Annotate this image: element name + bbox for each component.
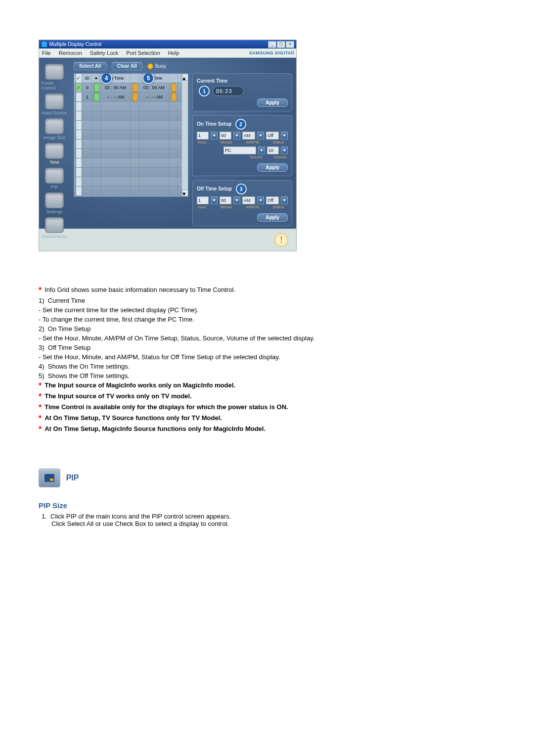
- menu-help[interactable]: Help: [167, 50, 180, 56]
- scroll-up-button[interactable]: ▴: [182, 74, 188, 81]
- on-volume-select[interactable]: 10: [267, 146, 279, 154]
- on-time-setup-panel: On Time Setup 2 1 00 AM Off Hour Minute …: [192, 115, 292, 176]
- info-line: Info Grid shows some basic information n…: [44, 286, 235, 293]
- row-checkbox[interactable]: [76, 101, 82, 111]
- on-hour-select[interactable]: 1: [197, 132, 209, 140]
- menu-file[interactable]: File: [41, 50, 52, 56]
- chevron-down-icon[interactable]: [257, 132, 264, 140]
- off-ampm-select[interactable]: AM: [242, 196, 255, 204]
- chevron-down-icon[interactable]: [233, 196, 240, 204]
- label-status: Status: [273, 140, 284, 144]
- chevron-down-icon[interactable]: [211, 132, 218, 140]
- off-status-dot-icon: [171, 83, 177, 93]
- window-close-button[interactable]: ×: [286, 41, 294, 48]
- cell-on-time: -- : -- AM: [101, 93, 131, 101]
- row-checkbox[interactable]: [76, 130, 82, 140]
- cell-id: 1: [83, 93, 92, 101]
- window-maximize-button[interactable]: □: [277, 41, 285, 48]
- doc-text: *Info Grid shows some basic information …: [39, 286, 495, 434]
- on-minute-select[interactable]: 00: [220, 132, 231, 140]
- menu-port-selection[interactable]: Port Selection: [125, 50, 161, 56]
- chevron-down-icon[interactable]: [281, 196, 288, 204]
- chevron-down-icon[interactable]: [281, 132, 288, 140]
- busy-label: Busy: [155, 63, 166, 69]
- n1b: - To change the current time, first chan…: [39, 316, 495, 323]
- row-checkbox[interactable]: [76, 177, 82, 187]
- sidebar-item-pip[interactable]: PIP: [45, 168, 64, 189]
- grid-scrollbar[interactable]: ▴ ▾: [181, 74, 188, 196]
- brand-label: SAMSUNG DIGITAll: [249, 50, 294, 55]
- label-hour: Hour: [198, 205, 206, 209]
- n1a: - Set the current time for the selected …: [39, 306, 495, 314]
- sidebar-item-input-source[interactable]: Input Source: [42, 94, 67, 115]
- b2: The Input source of TV works only on TV …: [44, 392, 192, 400]
- off-minute-select[interactable]: 00: [220, 196, 231, 204]
- on-ampm-select[interactable]: AM: [242, 132, 255, 140]
- window-buttons: _ □ ×: [267, 41, 294, 48]
- off-status-select[interactable]: Off: [266, 196, 279, 204]
- input-source-icon: [45, 94, 64, 109]
- sidebar-item-image-size[interactable]: Image Size: [43, 118, 65, 140]
- header-checkbox[interactable]: ✓: [76, 73, 82, 83]
- current-time-panel: Current Time 1 05:23 Apply: [192, 73, 292, 111]
- grid-row[interactable]: 1 -- : -- AM -- : -- AM: [74, 93, 188, 102]
- clear-all-button[interactable]: Clear All: [112, 62, 142, 70]
- on-status-dot-icon: [132, 83, 138, 93]
- status-dot-icon: [93, 92, 99, 102]
- chevron-down-icon[interactable]: [233, 132, 240, 140]
- busy-dot-icon: [147, 63, 153, 69]
- sidebar-item-power-control[interactable]: Power Control: [41, 64, 68, 91]
- n2: On Time Setup: [48, 325, 91, 332]
- grid-row: [74, 121, 188, 130]
- col-status2: [131, 74, 139, 83]
- sidebar-item-label: Maintenance: [42, 234, 67, 239]
- menu-safety-lock[interactable]: Safety Lock: [89, 50, 119, 56]
- sidebar-item-maintenance[interactable]: Maintenance: [42, 217, 67, 239]
- grid-row[interactable]: ✓ 0 02 : 00 AM 03 : 00 AM: [74, 83, 188, 93]
- b1: The Input source of MagicInfo works only…: [44, 381, 235, 389]
- row-checkbox[interactable]: [76, 148, 82, 158]
- row-checkbox[interactable]: [76, 186, 82, 196]
- panel-title: Current Time: [197, 78, 227, 84]
- chevron-down-icon[interactable]: [258, 146, 265, 154]
- sidebar-item-label: Input Source: [42, 110, 67, 115]
- grid-row: [74, 140, 188, 149]
- off-hour-select[interactable]: 1: [197, 196, 209, 204]
- sidebar-item-label: PIP: [51, 185, 58, 189]
- apply-off-time-button[interactable]: Apply: [257, 213, 288, 222]
- image-size-icon: [45, 118, 64, 134]
- on-source-select[interactable]: PC: [223, 146, 256, 154]
- label-volume: Volume: [273, 155, 287, 159]
- row-checkbox[interactable]: [76, 111, 82, 121]
- on-status-select[interactable]: Off: [266, 132, 279, 140]
- settings-icon: [45, 192, 64, 208]
- star-icon: *: [39, 403, 42, 412]
- col-status: ●: [92, 74, 101, 83]
- row-checkbox[interactable]: [76, 120, 82, 130]
- col-id: ID: [83, 74, 92, 83]
- row-checkbox[interactable]: [76, 158, 82, 168]
- apply-on-time-button[interactable]: Apply: [257, 163, 288, 172]
- sidebar-item-label: Time: [49, 160, 59, 165]
- row-checkbox[interactable]: [76, 92, 82, 102]
- sidebar-item-label: Image Size: [43, 135, 65, 140]
- n5: Shows the Off Time settings.: [48, 372, 130, 379]
- chevron-down-icon[interactable]: [211, 196, 218, 204]
- label-status: Status: [273, 205, 284, 209]
- scroll-down-button[interactable]: ▾: [182, 189, 188, 196]
- chevron-down-icon[interactable]: [257, 196, 264, 204]
- menu-remocon[interactable]: Remocon: [58, 50, 83, 56]
- n1: Current Time: [48, 297, 85, 304]
- n4: Shows the On Time settings.: [48, 363, 130, 370]
- row-checkbox[interactable]: [76, 139, 82, 149]
- select-all-button[interactable]: Select All: [74, 62, 107, 70]
- apply-current-time-button[interactable]: Apply: [257, 98, 288, 107]
- window-minimize-button[interactable]: _: [268, 41, 276, 48]
- chevron-down-icon[interactable]: [281, 146, 288, 154]
- cell-id: 0: [83, 83, 92, 92]
- row-checkbox[interactable]: [76, 167, 82, 177]
- sidebar-item-settings[interactable]: Settings: [45, 192, 64, 214]
- sidebar-item-label: Power Control: [41, 81, 68, 91]
- row-checkbox[interactable]: ✓: [76, 83, 82, 93]
- sidebar-item-time[interactable]: Time: [45, 143, 64, 165]
